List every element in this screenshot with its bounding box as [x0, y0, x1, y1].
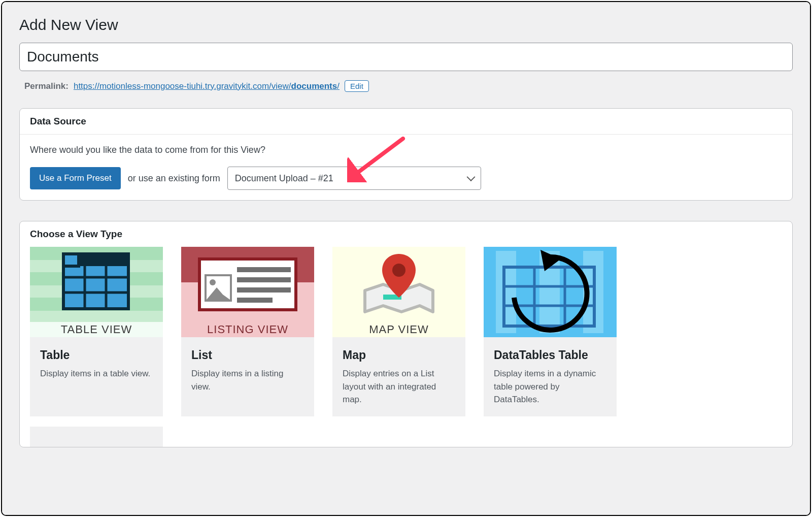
page-heading: Add New View: [19, 16, 793, 34]
view-type-card-datatables[interactable]: DataTables Table Display items in a dyna…: [484, 247, 617, 416]
svg-point-18: [210, 279, 216, 285]
use-form-preset-button[interactable]: Use a Form Preset: [30, 167, 121, 189]
view-type-panel: Choose a View Type: [19, 221, 793, 447]
permalink-url-prefix: https://motionless-mongoose-tiuhi.try.gr…: [74, 81, 291, 91]
view-type-card-map[interactable]: MAP VIEW Map Display entries on a List l…: [332, 247, 465, 416]
svg-rect-20: [237, 277, 291, 282]
map-view-thumb-icon: MAP VIEW: [332, 247, 465, 337]
permalink-label: Permalink:: [24, 81, 69, 91]
existing-form-select[interactable]: Document Upload – #21: [227, 167, 481, 190]
svg-text:TABLE VIEW: TABLE VIEW: [61, 323, 132, 336]
svg-rect-30: [496, 251, 516, 333]
listing-view-thumb-icon: LISTING VIEW: [181, 247, 314, 337]
svg-text:MAP VIEW: MAP VIEW: [369, 323, 429, 336]
view-type-title: Table: [40, 348, 153, 362]
table-view-thumb-icon: TABLE VIEW: [30, 247, 163, 337]
view-title-input[interactable]: [19, 43, 793, 71]
svg-rect-21: [237, 287, 291, 293]
view-type-card-table[interactable]: TABLE VIEW Table Display items in a tabl…: [30, 247, 163, 416]
edit-permalink-button[interactable]: Edit: [345, 80, 369, 92]
view-type-title: List: [191, 348, 304, 362]
svg-rect-22: [237, 298, 273, 303]
or-use-existing-text: or use an existing form: [128, 173, 220, 184]
data-source-prompt: Where would you like the data to come fr…: [30, 145, 782, 155]
data-source-panel: Data Source Where would you like the dat…: [19, 108, 793, 201]
svg-point-27: [392, 264, 405, 277]
view-type-card-list[interactable]: LISTING VIEW List Display items in a lis…: [181, 247, 314, 416]
view-type-title: DataTables Table: [494, 348, 606, 362]
svg-text:LISTING VIEW: LISTING VIEW: [207, 323, 288, 336]
data-source-panel-title: Data Source: [20, 109, 792, 135]
permalink-link[interactable]: https://motionless-mongoose-tiuhi.try.gr…: [74, 81, 340, 91]
view-type-panel-title: Choose a View Type: [20, 221, 792, 247]
permalink-trailing: /: [337, 81, 340, 91]
permalink-slug: documents: [291, 81, 337, 91]
view-type-desc: Display items in a listing view.: [191, 367, 304, 393]
permalink-row: Permalink: https://motionless-mongoose-t…: [24, 80, 788, 92]
view-type-desc: Display items in a dynamic table powered…: [494, 367, 606, 406]
view-type-card-stub: [30, 427, 163, 447]
datatables-thumb-icon: [484, 247, 617, 337]
view-type-title: Map: [343, 348, 455, 362]
view-type-desc: Display entries on a List layout with an…: [343, 367, 455, 406]
svg-rect-7: [63, 254, 79, 266]
svg-rect-19: [237, 267, 291, 272]
view-type-desc: Display items in a table view.: [40, 367, 153, 380]
